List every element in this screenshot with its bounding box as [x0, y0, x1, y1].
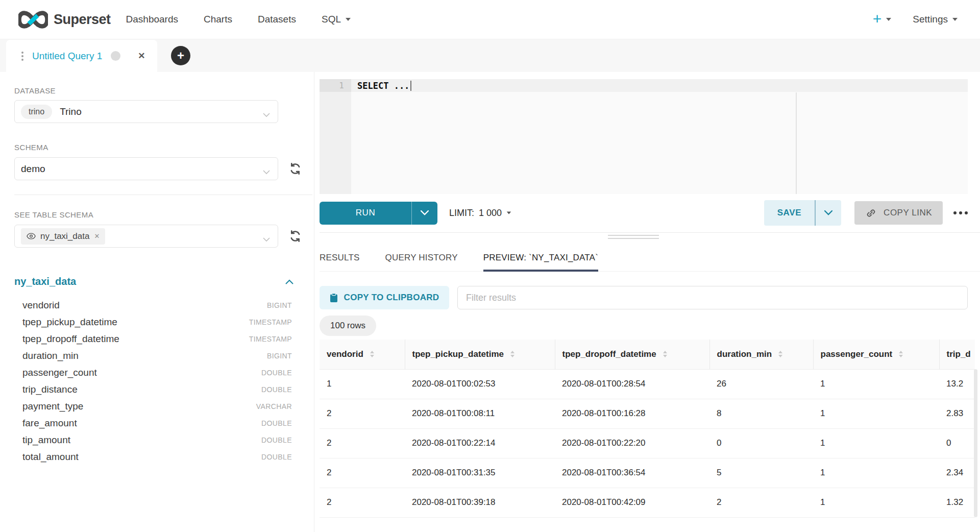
column-row: payment_typeVARCHAR — [14, 398, 292, 415]
add-tab-button[interactable]: + — [171, 46, 190, 65]
table-header-row: vendorid tpep_pickup_datetime tpep_dropo… — [320, 340, 975, 369]
query-tab-active[interactable]: Untitled Query 1 ✕ — [6, 40, 157, 72]
top-navbar: Superset Dashboards Charts Datasets SQL … — [0, 0, 980, 39]
limit-value: 1 000 — [479, 208, 502, 219]
chevron-down-icon — [263, 110, 270, 119]
run-button-group: RUN — [320, 202, 437, 225]
editor-active-line — [351, 79, 968, 92]
column-row: duration_minBIGINT — [14, 347, 292, 364]
header-vendorid[interactable]: vendorid — [320, 340, 405, 369]
link-icon — [865, 207, 877, 219]
filter-results-input[interactable] — [457, 286, 968, 309]
line-number: 1 — [320, 79, 351, 92]
refresh-table-icon[interactable] — [288, 229, 302, 243]
see-table-schema-label: SEE TABLE SCHEMA — [14, 210, 314, 219]
column-row: fare_amountDOUBLE — [14, 415, 292, 431]
superset-logo[interactable]: Superset — [18, 9, 111, 30]
nav-sql-menu[interactable]: SQL — [322, 14, 351, 25]
close-tab-icon[interactable]: ✕ — [138, 51, 145, 61]
new-item-menu[interactable]: + — [873, 13, 892, 27]
column-list: vendoridBIGINT tpep_pickup_datetimeTIMES… — [14, 297, 292, 465]
results-divider — [320, 232, 980, 233]
table-scrollbar[interactable] — [974, 369, 977, 517]
column-row: vendoridBIGINT — [14, 297, 292, 313]
print-margin-line — [796, 92, 797, 194]
column-row: tpep_dropoff_datetimeTIMESTAMP — [14, 330, 292, 347]
table-row: 2 2020-08-01T00:22:14 2020-08-01T00:22:2… — [320, 428, 975, 458]
sql-editor[interactable]: 1 SELECT ... — [320, 79, 968, 194]
sort-icon — [370, 351, 374, 357]
database-engine-badge: trino — [21, 105, 52, 119]
schema-label: SCHEMA — [14, 143, 314, 152]
sql-code: SELECT ... — [357, 81, 409, 91]
run-button[interactable]: RUN — [320, 202, 411, 225]
sqllab-main: 1 SELECT ... RUN LIMIT: 1 000 SAVE — [315, 72, 980, 532]
tab-preview-ny-taxi-data[interactable]: PREVIEW: `NY_TAXI_DATA` — [483, 245, 598, 271]
clipboard-icon — [330, 293, 338, 303]
infinity-logo-icon — [18, 9, 48, 30]
query-tab-title: Untitled Query 1 — [32, 51, 102, 62]
column-row: trip_distanceDOUBLE — [14, 381, 292, 398]
header-duration-min[interactable]: duration_min — [709, 340, 813, 369]
editor-gutter: 1 — [320, 79, 351, 194]
save-options-button[interactable] — [815, 200, 841, 226]
nav-dashboards[interactable]: Dashboards — [126, 14, 178, 25]
query-tabbar: Untitled Query 1 ✕ + — [0, 39, 980, 72]
collapse-table-icon[interactable] — [285, 279, 293, 284]
results-table: vendorid tpep_pickup_datetime tpep_dropo… — [320, 340, 975, 523]
table-row: 2 2020-08-01T00:39:18 2020-08-01T00:42:0… — [320, 488, 975, 517]
sort-icon — [899, 351, 903, 357]
table-schema-select[interactable]: ny_taxi_data ✕ — [14, 225, 278, 248]
sort-icon — [778, 351, 782, 357]
brand-name: Superset — [54, 12, 111, 28]
column-row: passenger_countDOUBLE — [14, 364, 292, 381]
nav-charts[interactable]: Charts — [204, 14, 232, 25]
panel-divider — [14, 195, 312, 195]
sqllab-left-panel: DATABASE trino Trino SCHEMA demo S — [0, 72, 314, 532]
caret-down-icon — [952, 18, 958, 21]
query-status-dot — [111, 51, 120, 61]
selected-table-tag: ny_taxi_data ✕ — [21, 228, 105, 245]
refresh-schema-icon[interactable] — [288, 162, 302, 176]
editor-toolbar: RUN LIMIT: 1 000 SAVE C — [320, 200, 968, 226]
limit-dropdown[interactable]: LIMIT: 1 000 — [449, 208, 511, 219]
table-section-title: ny_taxi_data — [14, 276, 76, 287]
chevron-down-icon — [263, 167, 270, 177]
results-tabbar: RESULTS QUERY HISTORY PREVIEW: `NY_TAXI_… — [320, 245, 980, 272]
header-passenger-count[interactable]: passenger_count — [813, 340, 939, 369]
copy-to-clipboard-button[interactable]: COPY TO CLIPBOARD — [320, 286, 449, 309]
database-select[interactable]: trino Trino — [14, 100, 278, 123]
save-button[interactable]: SAVE — [764, 200, 815, 226]
row-count-badge: 100 rows — [320, 316, 376, 336]
text-cursor — [410, 81, 411, 91]
database-label: DATABASE — [14, 86, 314, 95]
column-row: total_amountDOUBLE — [14, 448, 292, 465]
header-tpep-pickup-datetime[interactable]: tpep_pickup_datetime — [405, 340, 555, 369]
resize-handle[interactable] — [608, 235, 659, 241]
sort-icon — [510, 351, 514, 357]
caret-down-icon — [507, 211, 511, 214]
plus-icon: + — [873, 11, 882, 27]
sort-icon — [663, 351, 667, 357]
tab-query-history[interactable]: QUERY HISTORY — [385, 245, 458, 271]
caret-down-icon — [346, 18, 351, 21]
table-row: 1 2020-08-01T00:02:53 2020-08-01T00:28:5… — [320, 369, 975, 399]
save-button-group: SAVE — [764, 200, 841, 226]
header-tpep-dropoff-datetime[interactable]: tpep_dropoff_datetime — [555, 340, 709, 369]
plus-icon: + — [177, 50, 184, 62]
eye-icon — [27, 233, 36, 239]
schema-select[interactable]: demo — [14, 157, 278, 180]
tab-results[interactable]: RESULTS — [320, 245, 360, 271]
drag-handle-icon[interactable] — [21, 52, 23, 61]
caret-down-icon — [886, 18, 891, 21]
copy-link-button[interactable]: COPY LINK — [854, 201, 943, 225]
settings-menu[interactable]: Settings — [913, 14, 958, 25]
column-row: tpep_pickup_datetimeTIMESTAMP — [14, 313, 292, 330]
table-row: 2 2020-08-01T00:31:35 2020-08-01T00:36:5… — [320, 458, 975, 488]
header-trip-distance[interactable]: trip_d — [939, 340, 975, 369]
chevron-down-icon — [263, 235, 270, 244]
nav-datasets[interactable]: Datasets — [258, 14, 296, 25]
run-options-button[interactable] — [411, 202, 437, 225]
more-options-icon[interactable] — [953, 211, 968, 214]
remove-table-icon[interactable]: ✕ — [94, 232, 100, 240]
